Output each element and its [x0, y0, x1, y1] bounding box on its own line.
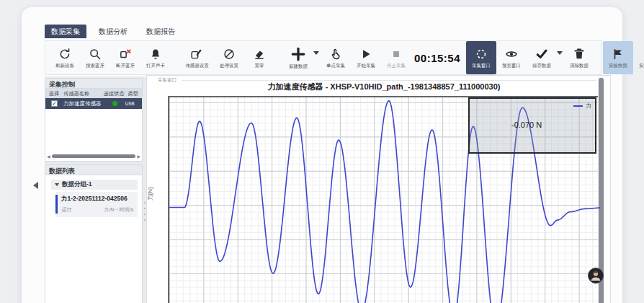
start-capture-icon [359, 48, 372, 61]
toolbar: 刷新设备 搜索蓝牙 断开蓝牙 打开声卡 传感器设置 处理设置 [45, 40, 602, 75]
legend-series-label: 力 [586, 102, 591, 110]
chart-header-divider [182, 80, 596, 81]
selection-value: -0.070 N [511, 120, 542, 129]
sidebar-collapse-handle[interactable] [33, 182, 38, 189]
sensor-table-row[interactable]: ✓ 力加速度传感器 USB [45, 98, 142, 109]
disconnect-bluetooth-button[interactable]: 断开蓝牙 [110, 41, 140, 74]
clear-data-icon [573, 48, 586, 61]
chart-legend: 力 [573, 102, 591, 110]
preview-window-icon [505, 48, 518, 61]
capture-window-icon [475, 48, 488, 61]
processing-settings-icon [223, 48, 236, 61]
search-bluetooth-button[interactable]: 搜索蓝牙 [80, 41, 110, 74]
sensor-settings-button[interactable]: 传感器设置 [179, 41, 214, 74]
experiment-snapshot-button[interactable]: 实验快照 [603, 41, 633, 74]
status-dot [112, 101, 117, 106]
person-icon [589, 268, 603, 283]
single-point-capture-button[interactable]: 单点采集 [321, 41, 351, 74]
data-item-axes: 力/N－时间/s [104, 206, 133, 214]
sensor-table-hscrollbar[interactable]: ◀ ▶ [47, 154, 140, 159]
chart-plot[interactable]: -0.070 N 力 3210-1-2 [168, 96, 600, 303]
save-data-dropdown-caret[interactable] [557, 51, 563, 55]
tab-data-collection[interactable]: 数据采集 [45, 25, 86, 38]
open-sound-card-button[interactable]: 打开声卡 [140, 41, 171, 74]
app-window: 数据采集 数据分析 数据报告 刷新设备 搜索蓝牙 断开蓝牙 打开声卡 [0, 0, 644, 303]
processing-settings-button[interactable]: 处理设置 [214, 41, 244, 74]
y-axis-label: 力[N] [146, 188, 154, 201]
save-data-icon [535, 48, 548, 61]
col-sensor-name: 传感器名称 [63, 90, 102, 97]
scroll-left-icon[interactable]: ◀ [47, 154, 50, 159]
col-connection-status: 连接状态 [104, 90, 127, 97]
single-point-icon [329, 48, 342, 61]
scroll-right-icon[interactable]: ▶ [137, 154, 140, 159]
data-group-label: 数据分组-1 [62, 180, 92, 189]
main-tabbar: 数据采集 数据分析 数据报告 [45, 25, 182, 38]
capture-timer: 00:15:54 [414, 52, 460, 64]
start-capture-button[interactable]: 开始采集 [351, 41, 381, 74]
stop-capture-button[interactable]: 停止采集 [381, 41, 411, 74]
hscroll-thumb[interactable] [52, 154, 136, 158]
zero-icon [253, 48, 266, 61]
tab-data-report[interactable]: 数据报告 [140, 25, 182, 38]
tab-data-analysis[interactable]: 数据分析 [92, 25, 134, 38]
sensor-type: USB [125, 101, 135, 105]
sensor-name: 力加速度传感器 [63, 100, 104, 107]
stop-capture-icon [390, 48, 403, 61]
zero-button[interactable]: 置零 [244, 41, 274, 74]
snapshot-icon [612, 48, 625, 61]
sensor-table-header: 选择 传感器名称 连接状态 类型 [45, 89, 142, 98]
disconnect-bluetooth-icon [119, 48, 132, 61]
capture-window-button[interactable]: 采集窗口 [466, 41, 496, 74]
sensor-settings-icon [190, 48, 203, 61]
col-type: 类型 [128, 90, 142, 97]
experiment-record-button[interactable]: 实验录制 [633, 41, 644, 74]
chevron-down-icon [55, 183, 59, 186]
new-data-icon [291, 47, 305, 61]
preview-window-button[interactable]: 预览窗口 [496, 41, 527, 74]
refresh-icon [58, 48, 71, 61]
new-data-dropdown-caret[interactable] [313, 51, 319, 55]
clear-data-button[interactable]: 清除数据 [564, 41, 594, 74]
legend-line-swatch [573, 105, 583, 107]
collection-control-title: 采集控制 [45, 79, 142, 89]
assistant-avatar-button[interactable] [588, 268, 604, 284]
data-item-title: 力1-2-20251112-042506 [61, 195, 134, 203]
data-list-item[interactable]: 力1-2-20251112-042506 运行 力/N－时间/s [55, 192, 138, 217]
data-list-panel: 数据列表 数据分组-1 力1-2-20251112-042506 运行 力/N－… [45, 164, 143, 303]
data-group-row[interactable]: 数据分组-1 [51, 180, 138, 190]
new-data-button[interactable]: 新建数据 [283, 41, 313, 74]
collection-control-panel: 采集控制 选择 传感器名称 连接状态 类型 ✓ 力加速度传感器 USB ◀ ▶ [45, 78, 143, 162]
refresh-device-button[interactable]: 刷新设备 [50, 41, 80, 74]
search-bluetooth-icon [89, 48, 102, 61]
sound-card-icon [149, 48, 162, 61]
sensor-checkbox[interactable]: ✓ [51, 100, 58, 107]
data-item-status: 运行 [61, 206, 71, 214]
col-select: 选择 [46, 90, 63, 97]
data-list-title: 数据列表 [45, 165, 142, 175]
item-accent-bar [55, 195, 58, 214]
save-data-button[interactable]: 保存数据 [527, 41, 557, 74]
chart-title: 力加速度传感器 - XHSP-V10HID_path_-1981348857_1… [168, 82, 600, 92]
